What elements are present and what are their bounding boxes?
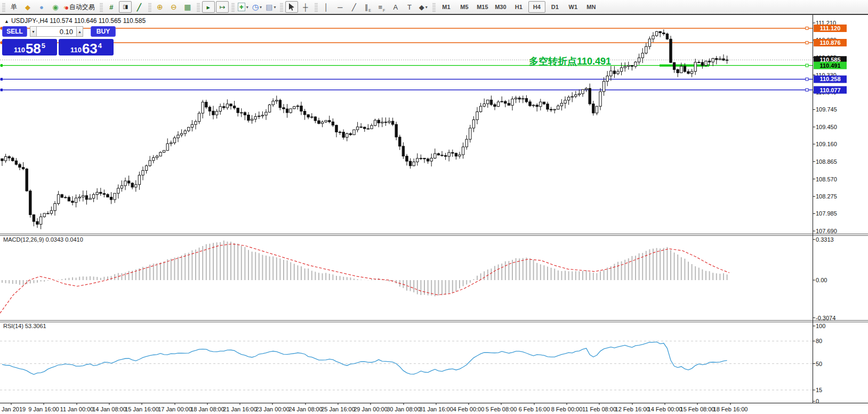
time-tick-label: 11 Feb 08:00	[582, 406, 616, 412]
price-badge-label: 110.258	[819, 76, 840, 82]
text-button[interactable]: A	[389, 1, 402, 13]
timeframe-button-m1[interactable]: M1	[438, 1, 455, 13]
history-center-icon[interactable]: ◆	[21, 1, 34, 13]
chart-shift-button[interactable]: ↦	[216, 1, 229, 13]
timeframe-button-h4[interactable]: H4	[528, 1, 545, 13]
timeframe-button-h1[interactable]: H1	[510, 1, 527, 13]
hline-right-handle[interactable]	[806, 78, 808, 81]
candlestick-series	[1, 29, 728, 229]
macd-indicator-label: MACD(12,26,9) 0.0343 0.0410	[3, 236, 83, 243]
toolbar-grip[interactable]	[280, 2, 283, 12]
templates-icon: ▤	[266, 3, 272, 11]
pivot-annotation-text[interactable]: 多空转折点110.491	[529, 55, 611, 68]
vertical-line-button[interactable]: │	[320, 1, 333, 13]
lot-size-input[interactable]	[37, 26, 76, 37]
tile-windows-icon: ▦	[184, 3, 191, 11]
toolbar-grip[interactable]	[432, 2, 436, 12]
toolbar-group: +▾◷▾▤▾	[229, 0, 278, 14]
lot-increase-button[interactable]: ▲	[76, 26, 83, 37]
timeframe-button-m5[interactable]: M5	[456, 1, 473, 13]
buy-price-figure: 110	[70, 46, 82, 54]
macd-series	[0, 241, 729, 313]
buy-price-display[interactable]: 110 63 4	[59, 39, 114, 55]
price-tick-label: 108.275	[816, 193, 837, 200]
fibonacci-icon: ≡	[378, 4, 382, 11]
news-icon-icon: ◉	[52, 4, 58, 11]
one-click-trading-panel: SELL ▼▲ BUY 110 58 5 110 63 4	[2, 26, 116, 55]
macd-tick-label: 0.00	[816, 277, 827, 283]
time-tick-label: 29 Jan 00:00	[353, 406, 388, 412]
text-label-icon: T	[407, 4, 412, 11]
toolbar-grip[interactable]	[148, 2, 151, 12]
chart-area[interactable]: 111.210110.920110.625110.330110.040109.7…	[0, 0, 868, 414]
toolbar-grip[interactable]	[197, 2, 200, 12]
horizontal-line-button[interactable]: ─	[334, 1, 347, 13]
hline-right-handle[interactable]	[806, 27, 808, 29]
time-tick-label: 9 Jan 16:00	[28, 406, 59, 412]
rsi-tick-label: 100	[816, 323, 825, 329]
dropdown-arrow-icon[interactable]: ▾	[260, 5, 262, 10]
dropdown-arrow-icon[interactable]: ▾	[274, 5, 276, 10]
community-icon[interactable]: ●	[35, 1, 48, 13]
hline-right-handle[interactable]	[806, 64, 808, 67]
timeframe-button-w1[interactable]: W1	[565, 1, 582, 13]
arrows-button[interactable]: ◆▾	[417, 1, 430, 13]
toolbar-grip[interactable]	[231, 2, 235, 12]
hline-right-handle[interactable]	[806, 42, 808, 44]
trendline-button[interactable]: ╱	[348, 1, 360, 13]
price-badge-label: 110.876	[819, 39, 840, 46]
toolbar-grip[interactable]	[100, 2, 103, 12]
timeframe-button-mn[interactable]: MN	[583, 1, 600, 13]
ohlc-collapse-icon[interactable]: ▲	[4, 19, 9, 24]
zoom-out-button[interactable]: ⊖	[167, 1, 180, 13]
sell-price-pips: 58	[26, 42, 41, 55]
hline-left-handle[interactable]	[1, 78, 3, 81]
dropdown-arrow-icon[interactable]: ▾	[246, 5, 248, 10]
crosshair-button[interactable]: ┼	[299, 1, 312, 13]
periods-button[interactable]: ◷▾	[251, 1, 263, 13]
templates-button[interactable]: ▤▾	[264, 1, 277, 13]
indicators-button[interactable]: +▾	[237, 1, 250, 13]
auto-scroll-button[interactable]: ▸	[202, 1, 215, 13]
bar-chart-mode-button[interactable]: #	[105, 1, 118, 13]
channel-button[interactable]: ∥E	[361, 1, 374, 13]
autotrading-button[interactable]: ●自动交易	[63, 1, 97, 13]
time-tick-label: 31 Jan 16:00	[419, 406, 453, 412]
zoom-in-button[interactable]: ⊕	[154, 1, 166, 13]
sell-price-display[interactable]: 110 58 5	[2, 39, 57, 55]
hline-right-handle[interactable]	[806, 89, 808, 91]
hline-left-handle[interactable]	[1, 89, 3, 91]
line-chart-mode-button[interactable]: ╱	[133, 1, 146, 13]
lot-decrease-button[interactable]: ▼	[30, 26, 37, 37]
rsi-tick-label: 80	[816, 338, 822, 344]
cursor-button[interactable]	[285, 1, 298, 13]
sell-price-figure: 110	[14, 46, 25, 54]
time-tick-label: 11 Jan 00:00	[60, 406, 94, 412]
time-tick-label: 4 Feb 00:00	[453, 406, 485, 412]
time-tick-label: 18 Jan 08:00	[190, 406, 224, 412]
toolbar-grip[interactable]	[2, 2, 5, 12]
time-tick-label: 17 Jan 00:00	[158, 406, 192, 412]
toolbar-text-label: 单	[9, 3, 19, 12]
dropdown-arrow-icon[interactable]: ▾	[425, 5, 428, 10]
text-label-button[interactable]: T	[403, 1, 416, 13]
auto-scroll-icon: ▸	[207, 4, 211, 11]
toolbar-grip[interactable]	[315, 2, 318, 12]
hline-left-handle[interactable]	[1, 64, 3, 67]
bar-chart-mode-icon: #	[109, 4, 113, 11]
time-tick-label: 15 Feb 08:00	[680, 406, 715, 412]
macd-tick-label: 0.3313	[816, 236, 834, 243]
timeframe-button-m15[interactable]: M15	[474, 1, 491, 13]
buy-button[interactable]: BUY	[91, 26, 116, 37]
timeframe-button-d1[interactable]: D1	[546, 1, 564, 13]
timeframe-button-m30[interactable]: M30	[492, 1, 509, 13]
candlestick-mode-button[interactable]: ▯▮	[119, 1, 132, 13]
time-tick-label: 14 Jan 08:00	[92, 406, 126, 412]
tile-windows-button[interactable]: ▦	[181, 1, 194, 13]
news-icon[interactable]: ◉	[49, 1, 62, 13]
fibonacci-button[interactable]: ≡F	[375, 1, 388, 13]
sell-button[interactable]: SELL	[2, 26, 27, 37]
candlestick-mode-icon: ▯▮	[123, 4, 127, 10]
toolbar-group: 单◆●◉●自动交易	[0, 0, 98, 14]
new-order-button[interactable]: 单	[7, 1, 20, 13]
